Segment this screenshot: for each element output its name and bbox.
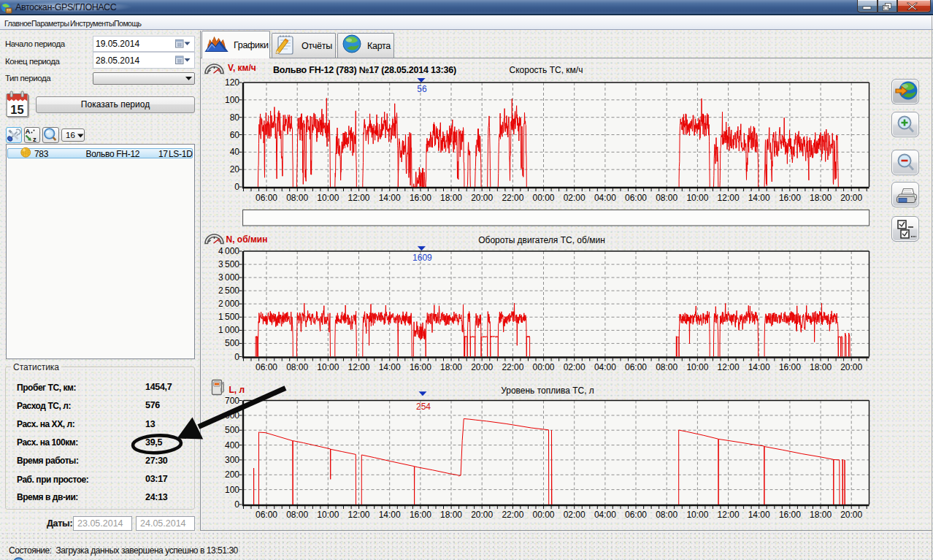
svg-text:18:00: 18:00 xyxy=(810,362,832,372)
svg-text:02:00: 02:00 xyxy=(564,362,585,372)
svg-text:06:00: 06:00 xyxy=(256,362,277,372)
svg-text:V, км/ч: V, км/ч xyxy=(228,63,256,73)
svg-text:A: A xyxy=(26,127,31,135)
svg-text:00:00: 00:00 xyxy=(532,362,554,372)
svg-text:20:00: 20:00 xyxy=(471,510,493,520)
svg-text:06:00: 06:00 xyxy=(256,193,277,203)
svg-text:06:00: 06:00 xyxy=(625,510,647,520)
svg-text:04:00: 04:00 xyxy=(594,510,616,520)
svg-text:120: 120 xyxy=(225,77,239,88)
svg-text:06:00: 06:00 xyxy=(625,362,647,372)
svg-text:14:00: 14:00 xyxy=(748,362,770,372)
svg-text:700: 700 xyxy=(225,396,239,406)
svg-text:Скорость ТС, км/ч: Скорость ТС, км/ч xyxy=(510,65,583,75)
svg-text:12:00: 12:00 xyxy=(718,193,740,203)
svg-text:18:00: 18:00 xyxy=(440,510,462,520)
svg-text:10:00: 10:00 xyxy=(317,193,339,203)
svg-text:14:00: 14:00 xyxy=(748,193,770,203)
svg-text:1609: 1609 xyxy=(412,253,432,263)
svg-text:40: 40 xyxy=(230,147,240,157)
svg-text:14:00: 14:00 xyxy=(748,510,770,520)
svg-text:22:00: 22:00 xyxy=(502,362,523,372)
svg-text:300: 300 xyxy=(225,455,239,465)
svg-text:16:00: 16:00 xyxy=(410,362,431,372)
svg-text:20:00: 20:00 xyxy=(840,193,862,203)
svg-text:10:00: 10:00 xyxy=(317,362,339,372)
svg-text:500: 500 xyxy=(225,338,239,348)
svg-text:3 500: 3 500 xyxy=(218,259,239,269)
svg-text:4 000: 4 000 xyxy=(218,246,239,256)
svg-text:10:00: 10:00 xyxy=(686,362,708,372)
svg-text:16:00: 16:00 xyxy=(779,510,801,520)
svg-text:18:00: 18:00 xyxy=(810,510,832,520)
svg-text:12:00: 12:00 xyxy=(718,510,740,520)
svg-text:56: 56 xyxy=(417,84,427,94)
svg-text:0: 0 xyxy=(234,182,239,192)
svg-text:06:00: 06:00 xyxy=(625,193,647,203)
svg-text:00:00: 00:00 xyxy=(532,193,554,203)
svg-text:16:00: 16:00 xyxy=(410,510,431,520)
svg-text:20: 20 xyxy=(230,164,240,174)
svg-text:08:00: 08:00 xyxy=(286,510,308,520)
svg-text:0: 0 xyxy=(234,352,239,362)
svg-text:20:00: 20:00 xyxy=(840,510,862,520)
svg-text:06:00: 06:00 xyxy=(256,510,277,520)
svg-text:Вольво FH-12 (783) №17 (28.05.: Вольво FH-12 (783) №17 (28.05.2014 13:36… xyxy=(273,65,456,75)
svg-text:12:00: 12:00 xyxy=(348,510,369,520)
svg-text:04:00: 04:00 xyxy=(594,193,616,203)
svg-text:20:00: 20:00 xyxy=(840,362,862,372)
svg-text:16:00: 16:00 xyxy=(779,362,801,372)
svg-text:2 000: 2 000 xyxy=(218,299,239,309)
svg-text:16:00: 16:00 xyxy=(779,193,801,203)
svg-text:0: 0 xyxy=(234,499,239,510)
svg-text:02:00: 02:00 xyxy=(564,193,585,203)
svg-text:08:00: 08:00 xyxy=(286,193,308,203)
svg-text:10:00: 10:00 xyxy=(686,193,708,203)
svg-text:1 500: 1 500 xyxy=(218,312,239,322)
svg-text:10:00: 10:00 xyxy=(317,510,339,520)
svg-text:18:00: 18:00 xyxy=(440,193,462,203)
svg-text:N, об/мин: N, об/мин xyxy=(226,234,268,245)
svg-text:15: 15 xyxy=(10,103,23,116)
svg-text:22:00: 22:00 xyxy=(502,510,523,520)
svg-text:04:00: 04:00 xyxy=(594,362,616,372)
svg-text:08:00: 08:00 xyxy=(286,362,308,372)
svg-text:08:00: 08:00 xyxy=(656,362,677,372)
svg-text:16:00: 16:00 xyxy=(410,193,431,203)
svg-text:20:00: 20:00 xyxy=(471,193,493,203)
svg-text:L, л: L, л xyxy=(229,385,245,395)
svg-text:3 000: 3 000 xyxy=(218,272,239,283)
svg-text:80: 80 xyxy=(230,112,240,123)
svg-text:08:00: 08:00 xyxy=(656,193,677,203)
svg-text:2 500: 2 500 xyxy=(218,285,239,296)
svg-text:18:00: 18:00 xyxy=(810,193,832,203)
svg-text:60: 60 xyxy=(230,130,240,140)
svg-text:14:00: 14:00 xyxy=(379,510,401,520)
svg-text:100: 100 xyxy=(225,95,239,105)
svg-text:400: 400 xyxy=(225,440,239,450)
svg-text:02:00: 02:00 xyxy=(564,510,585,520)
svg-text:18:00: 18:00 xyxy=(440,362,462,372)
svg-text:100: 100 xyxy=(225,485,239,495)
svg-text:12:00: 12:00 xyxy=(348,362,369,372)
svg-text:254: 254 xyxy=(416,402,431,412)
svg-text:22:00: 22:00 xyxy=(502,193,523,203)
svg-text:200: 200 xyxy=(225,469,239,480)
svg-text:Уровень топлива ТС, л: Уровень топлива ТС, л xyxy=(501,386,594,396)
svg-text:Обороты двигателя ТС, об/мин: Обороты двигателя ТС, об/мин xyxy=(478,235,605,245)
svg-text:14:00: 14:00 xyxy=(379,362,401,372)
svg-text:1 000: 1 000 xyxy=(218,325,239,335)
svg-text:08:00: 08:00 xyxy=(656,510,677,520)
svg-text:12:00: 12:00 xyxy=(718,362,740,372)
svg-text:12:00: 12:00 xyxy=(348,193,369,203)
svg-text:20:00: 20:00 xyxy=(471,362,493,372)
svg-text:00:00: 00:00 xyxy=(532,510,554,520)
svg-text:14:00: 14:00 xyxy=(379,193,401,203)
svg-text:10:00: 10:00 xyxy=(686,510,708,520)
svg-text:500: 500 xyxy=(225,425,239,435)
svg-text:z: z xyxy=(33,135,37,143)
